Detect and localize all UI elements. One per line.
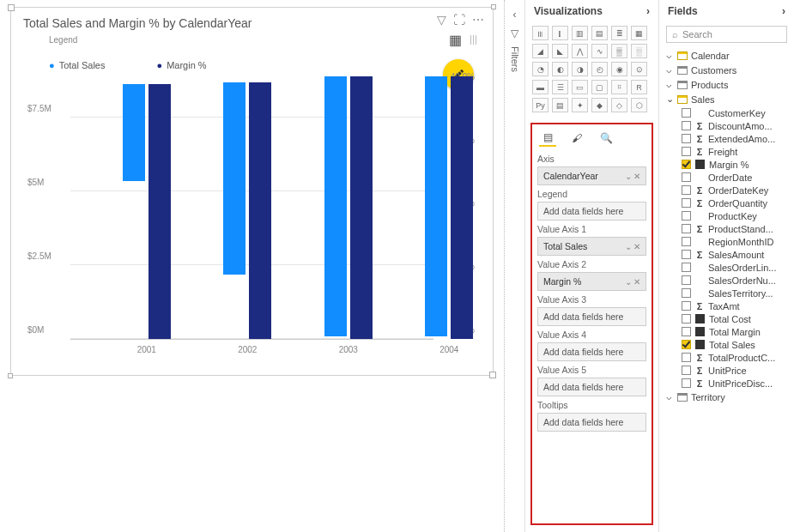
table-territory[interactable]: ⌵Territory	[666, 390, 791, 404]
fields-search-input[interactable]: ⌕ Search	[666, 26, 787, 43]
field-item[interactable]: ΣFreight	[666, 145, 791, 158]
viz-type-icon[interactable]: ◴	[591, 62, 608, 76]
chevron-down-icon[interactable]: ⌄	[625, 277, 632, 287]
viz-type-icon[interactable]: ≣	[611, 26, 627, 40]
field-checkbox[interactable]	[682, 327, 691, 336]
field-checkbox[interactable]	[682, 275, 691, 285]
format-tab-icon[interactable]: 🖌	[568, 130, 585, 147]
bar-total-sales[interactable]	[425, 76, 447, 336]
field-checkbox[interactable]	[682, 340, 691, 349]
field-item[interactable]: ProductKey	[666, 209, 791, 222]
viz-type-icon[interactable]: ⌗	[611, 80, 627, 94]
remove-field-icon[interactable]: ✕	[633, 172, 640, 181]
viz-type-icon[interactable]: ◐	[552, 62, 568, 76]
viz-type-icon[interactable]: ◇	[611, 98, 627, 112]
field-checkbox[interactable]	[682, 288, 691, 298]
field-item[interactable]: Total Cost	[666, 312, 791, 325]
field-item[interactable]: ΣExtendedAmo...	[666, 132, 791, 145]
collapse-icon[interactable]: ›	[782, 5, 785, 17]
field-checkbox[interactable]	[682, 147, 691, 156]
tooltips-well[interactable]: Add data fields here	[537, 413, 646, 432]
field-item[interactable]: SalesOrderNu...	[666, 274, 791, 287]
viz-type-icon[interactable]: ⫼	[532, 26, 549, 40]
more-options-icon[interactable]: ⋯	[472, 13, 484, 27]
fields-tab-icon[interactable]: ▤	[539, 130, 556, 147]
viz-type-icon[interactable]: ▤	[552, 98, 568, 112]
field-item[interactable]: Total Margin	[666, 325, 791, 338]
chevron-down-icon[interactable]: ⌄	[625, 172, 632, 181]
field-item[interactable]: ΣOrderQuantity	[666, 196, 791, 209]
viz-type-icon[interactable]: ⊙	[631, 62, 647, 76]
remove-field-icon[interactable]: ✕	[633, 277, 640, 287]
viz-type-icon[interactable]: ◑	[572, 62, 588, 76]
field-item[interactable]: SalesOrderLin...	[666, 261, 791, 274]
chart-plot-area[interactable]: $0M$2.5M$5M$7.5M0.0%10.0%20.0%30.0%40.0%…	[70, 74, 433, 340]
viz-type-icon[interactable]: ◢	[532, 44, 549, 58]
table-products[interactable]: ⌵Products	[666, 77, 791, 92]
grid-view-icon[interactable]: ▦	[449, 32, 462, 48]
bar-total-sales[interactable]	[324, 76, 347, 336]
field-checkbox[interactable]	[682, 378, 691, 388]
viz-type-icon[interactable]: ✦	[572, 98, 588, 112]
field-checkbox[interactable]	[682, 160, 691, 169]
field-checkbox[interactable]	[682, 134, 691, 143]
report-canvas[interactable]: Total Sales and Margin % by CalendarYear…	[0, 0, 504, 532]
value-axis-2-well[interactable]: Margin %⌄✕	[537, 272, 646, 291]
field-checkbox[interactable]	[682, 250, 691, 259]
bar-total-sales[interactable]	[223, 82, 245, 275]
viz-type-icon[interactable]: ▤	[591, 26, 608, 40]
field-item[interactable]: ΣProductStand...	[666, 222, 791, 235]
viz-type-icon[interactable]: ░	[631, 44, 647, 58]
field-item[interactable]: RegionMonthID	[666, 235, 791, 248]
bar-margin-pct[interactable]	[249, 82, 271, 339]
viz-type-icon[interactable]: ∿	[591, 44, 608, 58]
viz-type-icon[interactable]: ◔	[532, 62, 549, 76]
field-item[interactable]: ΣTaxAmt	[666, 299, 791, 312]
field-item[interactable]: Total Sales	[666, 338, 791, 351]
field-checkbox[interactable]	[682, 314, 691, 323]
viz-type-icon[interactable]: ▒	[611, 44, 627, 58]
field-item[interactable]: CustomerKey	[666, 106, 791, 119]
field-checkbox[interactable]	[682, 121, 691, 130]
legend-item-2[interactable]: Margin %	[156, 60, 206, 70]
field-item[interactable]: ΣTotalProductC...	[666, 351, 791, 364]
viz-type-icon[interactable]: R	[631, 80, 647, 94]
field-checkbox[interactable]	[682, 198, 691, 208]
viz-type-icon[interactable]: ◉	[611, 62, 627, 76]
field-checkbox[interactable]	[682, 237, 691, 246]
field-item[interactable]: ΣUnitPrice	[666, 364, 791, 377]
analytics-tab-icon[interactable]: 🔍	[597, 130, 615, 147]
field-item[interactable]: ΣUnitPriceDisc...	[666, 377, 791, 390]
table-customers[interactable]: ⌵Customers	[666, 63, 791, 77]
remove-field-icon[interactable]: ✕	[633, 242, 640, 251]
legend-item-1[interactable]: Total Sales	[49, 60, 105, 70]
chart-visual[interactable]: Total Sales and Margin % by CalendarYear…	[10, 7, 494, 376]
viz-type-icon[interactable]: ⬡	[631, 98, 647, 112]
field-item[interactable]: ΣDiscountAmo...	[666, 119, 791, 132]
viz-type-icon[interactable]: ▢	[591, 80, 608, 94]
value-axis-4-well[interactable]: Add data fields here	[537, 342, 646, 361]
viz-type-icon[interactable]: Py	[532, 98, 549, 112]
field-checkbox[interactable]	[682, 224, 691, 233]
focus-mode-icon[interactable]: ⛶	[453, 13, 465, 27]
bar-margin-pct[interactable]	[148, 84, 171, 339]
viz-type-icon[interactable]: ▭	[572, 80, 588, 94]
expand-icon[interactable]: ‹	[513, 9, 517, 21]
viz-type-icon[interactable]: ▥	[572, 26, 588, 40]
field-item[interactable]: ΣSalesAmount	[666, 248, 791, 261]
field-item[interactable]: SalesTerritory...	[666, 287, 791, 299]
field-checkbox[interactable]	[682, 263, 691, 272]
bar-view-icon[interactable]: ⫼	[467, 32, 481, 48]
field-checkbox[interactable]	[682, 353, 691, 362]
viz-type-icon[interactable]: ▦	[631, 26, 647, 40]
bar-margin-pct[interactable]	[451, 76, 473, 339]
bar-margin-pct[interactable]	[350, 76, 373, 339]
value-axis-5-well[interactable]: Add data fields here	[537, 378, 646, 396]
field-checkbox[interactable]	[682, 211, 691, 221]
viz-type-icon[interactable]: ◆	[591, 98, 608, 112]
viz-type-icon[interactable]: ◣	[552, 44, 568, 58]
viz-type-icon[interactable]: ▬	[532, 80, 549, 94]
field-item[interactable]: OrderDate	[666, 171, 791, 184]
value-axis-3-well[interactable]: Add data fields here	[537, 307, 646, 326]
axis-well[interactable]: CalendarYear⌄✕	[537, 166, 646, 185]
